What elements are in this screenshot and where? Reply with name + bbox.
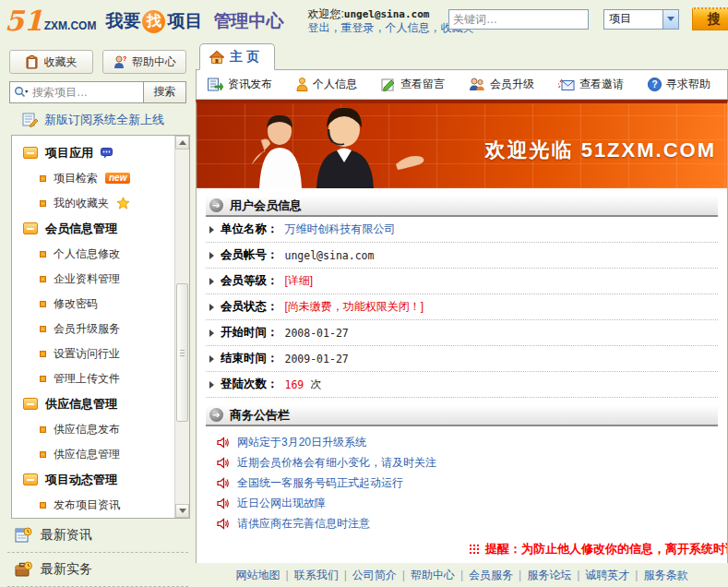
- sidebar-item-project-search[interactable]: 项目检索new: [12, 166, 174, 191]
- relogin-link[interactable]: 重登录: [340, 21, 374, 34]
- announcement-link[interactable]: 请供应商在完善信息时注意: [206, 513, 718, 533]
- sidebar-search: 搜索: [9, 81, 186, 103]
- bullet-icon: [40, 376, 46, 382]
- toolbar-view-messages[interactable]: 查看留言: [381, 77, 445, 92]
- header-search-button[interactable]: 搜 索: [692, 7, 728, 30]
- sidebar-item-supply-publish[interactable]: 供应信息发布: [12, 417, 174, 442]
- subscription-notice-link[interactable]: 新版订阅系统全新上线: [44, 112, 164, 128]
- bullet-icon: [40, 326, 46, 332]
- toolbar-member-upgrade[interactable]: 会员升级: [469, 77, 534, 92]
- logo-zhao-badge: 找: [142, 10, 165, 33]
- logo-slogan-post: 项目: [167, 9, 202, 33]
- row-member-level: 会员等级： [详细]: [206, 269, 718, 294]
- bullet-icon: [40, 301, 46, 307]
- footer-help[interactable]: 帮助中心: [411, 568, 455, 583]
- sidebar-item-manage-uploads[interactable]: 管理上传文件: [12, 366, 174, 391]
- logo-slogan-pre: 我要: [105, 9, 140, 33]
- subscription-notice: 新版订阅系统全新上线: [0, 103, 196, 135]
- site-logo[interactable]: 51 ZXM.COM 我要 找 项目 管理中心: [5, 7, 283, 35]
- logo-admin-center: 管理中心: [213, 9, 283, 33]
- footer-terms[interactable]: 服务条款: [643, 568, 687, 583]
- menu-group-project-apps[interactable]: 项目应用: [12, 140, 174, 166]
- tab-home[interactable]: 主 页: [199, 43, 275, 70]
- footer-contact[interactable]: 联系我们: [294, 568, 339, 583]
- user-email: ungel@sina.com: [344, 8, 430, 20]
- banner-photo: [224, 100, 436, 188]
- toolbar-view-invites[interactable]: 查看邀请: [558, 77, 624, 92]
- sidebar-item-supply-manage[interactable]: 供应信息管理: [12, 442, 174, 467]
- bullet-icon: [40, 251, 46, 258]
- dots-grid-icon: [470, 545, 480, 555]
- sidebar-item-company-data[interactable]: 企业资料管理: [12, 267, 174, 292]
- footer-about[interactable]: 公司简介: [352, 568, 397, 583]
- sidebar-menu-panel: 项目应用 项目检索new 我的收藏夹 会员信息管理 个人信息修改 企业资料管理 …: [11, 135, 190, 519]
- row-login-count: 登陆次数： 169 次: [206, 372, 718, 398]
- top-header: 51 ZXM.COM 我要 找 项目 管理中心 欢迎您:ungel@sina.c…: [0, 0, 728, 42]
- sidebar-search-button[interactable]: 搜索: [144, 81, 186, 103]
- toolbar-personal-info[interactable]: 个人信息: [296, 77, 357, 92]
- publish-icon: [208, 78, 223, 91]
- footer: 网站地图|联系我们|公司简介|帮助中心|会员服务|服务论坛|诚聘英才|服务条款: [196, 563, 728, 587]
- business-board: ➔ 商务公告栏 网站定于3月20日升级系统 近期会员价格会有细小变化，请及时关注: [206, 405, 718, 557]
- toolbar-news-publish[interactable]: 资讯发布: [208, 77, 272, 92]
- menu-group-member-info[interactable]: 会员信息管理: [12, 216, 174, 242]
- sidebar-item-my-favorites[interactable]: 我的收藏夹: [12, 191, 174, 216]
- sidebar-scrollbar[interactable]: [174, 136, 189, 518]
- keyword-input[interactable]: [448, 9, 589, 30]
- row-member-status: 会员状态： [尚未缴费，功能权限关闭！]: [206, 294, 718, 320]
- sidebar-item-industry-access[interactable]: 设置访问行业: [12, 341, 174, 366]
- profile-link[interactable]: 个人信息: [385, 21, 429, 34]
- footer-sitemap[interactable]: 网站地图: [236, 568, 280, 583]
- footer-member-service[interactable]: 会员服务: [469, 568, 513, 583]
- sidebar-item-upgrade-service[interactable]: 会员升级服务: [12, 317, 174, 341]
- latest-practice-button[interactable]: 最新实务: [0, 553, 196, 583]
- speaker-icon: [217, 497, 229, 509]
- question-icon: ?: [648, 78, 662, 91]
- latest-news-button[interactable]: 最新资讯: [0, 519, 196, 549]
- search-category-select[interactable]: 项目: [603, 9, 679, 30]
- speaker-icon: [217, 457, 229, 469]
- sidebar-item-change-password[interactable]: 修改密码: [12, 292, 174, 317]
- row-end-date: 结束时间： 2009-01-27: [206, 346, 718, 372]
- bullet-icon: [40, 502, 46, 509]
- announcement-link[interactable]: 全国统一客服务号码正式起动运行: [206, 473, 718, 493]
- home-icon: [209, 51, 224, 64]
- arrow-circle-icon: ➔: [209, 198, 223, 212]
- announcement-link[interactable]: 近日公网出现故障: [206, 493, 718, 513]
- footer-jobs[interactable]: 诚聘英才: [585, 568, 629, 583]
- sidebar-item-edit-profile[interactable]: 个人信息修改: [12, 242, 174, 267]
- announcement-link[interactable]: 网站定于3月20日升级系统: [206, 432, 718, 452]
- project-search-input[interactable]: [32, 86, 139, 99]
- member-level-detail-link[interactable]: [详细]: [285, 273, 314, 289]
- menu-group-project-news[interactable]: 项目动态管理: [12, 467, 174, 493]
- speaker-icon: [217, 437, 229, 449]
- logout-link[interactable]: 登出: [307, 21, 329, 34]
- sidebar-item-publish-news[interactable]: 发布项目资讯: [12, 493, 174, 518]
- folder-icon: [23, 398, 38, 410]
- person-icon: [296, 78, 308, 91]
- announcement-link[interactable]: 近期会员价格会有细小变化，请及时关注: [206, 452, 718, 473]
- sidebar: 收藏夹 ? 帮助中心 搜索 新版订阅系统全新上线: [0, 42, 196, 587]
- welcome-banner: 欢迎光临 51ZXM.COM: [196, 100, 728, 188]
- menu-group-supply-info[interactable]: 供应信息管理: [12, 391, 174, 417]
- favorites-button[interactable]: 收藏夹: [9, 50, 93, 74]
- members-icon: [469, 78, 485, 91]
- scroll-up-button[interactable]: [175, 136, 189, 150]
- scroll-thumb[interactable]: [176, 283, 188, 422]
- clipboard-icon: [26, 55, 39, 69]
- footer-forum[interactable]: 服务论坛: [527, 568, 571, 583]
- scroll-down-button[interactable]: [175, 504, 189, 518]
- banner-text: 欢迎光临 51ZXM.COM: [485, 137, 716, 164]
- member-status-value: [尚未缴费，功能权限关闭！]: [285, 299, 424, 315]
- folder-icon: [23, 147, 38, 159]
- chevron-down-icon: [662, 10, 678, 29]
- folder-icon: [23, 473, 38, 485]
- triangle-bullet-icon: [209, 278, 214, 285]
- triangle-bullet-icon: [209, 304, 214, 311]
- bullet-icon: [40, 451, 46, 458]
- speaker-icon: [217, 477, 229, 489]
- company-name-link[interactable]: 万维时创科技有限公司: [285, 222, 396, 237]
- message-pencil-icon: [381, 78, 396, 91]
- toolbar-seek-help[interactable]: ? 寻求帮助: [648, 77, 710, 92]
- help-center-button[interactable]: ? 帮助中心: [102, 50, 186, 74]
